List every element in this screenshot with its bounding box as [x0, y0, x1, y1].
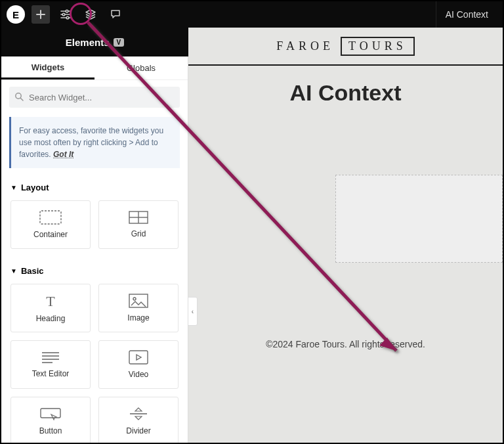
widget-label: Grid — [131, 229, 146, 238]
widget-video[interactable]: Video — [98, 340, 178, 389]
elements-panel: Widgets Globals For easy access, favorit… — [1, 56, 188, 444]
widget-button[interactable]: Button — [10, 397, 91, 444]
svg-line-9 — [20, 98, 23, 100]
widget-container[interactable]: Container — [10, 200, 91, 249]
widget-image[interactable]: Image — [98, 284, 178, 332]
section-layout-header[interactable]: ▼ Layout — [1, 176, 188, 196]
site-brand: FAROE TOURS — [276, 37, 414, 56]
button-icon — [39, 407, 62, 421]
svg-point-5 — [66, 16, 69, 19]
search-input[interactable] — [9, 87, 180, 108]
grid-icon — [129, 211, 148, 224]
container-icon — [39, 210, 62, 225]
panel-badge: V — [114, 38, 125, 47]
widget-heading[interactable]: T Heading — [10, 284, 91, 332]
favorites-notice: For easy access, favorite the widgets yo… — [9, 117, 180, 168]
section-layout-title: Layout — [21, 183, 49, 192]
plus-icon — [36, 10, 45, 19]
svg-rect-22 — [41, 409, 60, 418]
widget-label: Image — [127, 313, 149, 322]
svg-text:T: T — [46, 293, 55, 309]
brand-right: TOURS — [341, 37, 415, 56]
svg-point-1 — [66, 10, 68, 12]
heading-icon: T — [41, 293, 60, 309]
svg-rect-21 — [129, 351, 148, 364]
notice-dismiss-link[interactable]: Got It — [53, 150, 74, 159]
svg-rect-10 — [40, 211, 61, 224]
panel-header: Elements V — [1, 28, 188, 56]
caret-down-icon: ▼ — [10, 184, 17, 191]
site-footer-text: ©2024 Faroe Tours. All rights reserved. — [188, 339, 503, 349]
section-basic-header[interactable]: ▼ Basic — [1, 259, 188, 280]
image-icon — [129, 294, 148, 308]
widget-label: Video — [129, 370, 148, 379]
chat-icon — [110, 9, 121, 20]
settings-button[interactable] — [56, 5, 75, 24]
tab-widgets[interactable]: Widgets — [1, 56, 94, 79]
top-bar: E AI Context — [1, 1, 503, 28]
panel-title: Elements — [66, 37, 110, 48]
notes-button[interactable] — [106, 5, 125, 24]
basic-widgets: T Heading Image Text Editor Video — [1, 280, 188, 444]
widget-label: Button — [39, 426, 62, 435]
layout-widgets: Container Grid — [1, 196, 188, 259]
sliders-icon — [60, 9, 72, 20]
add-element-button[interactable] — [32, 5, 50, 24]
page-title: AI Context — [188, 66, 503, 120]
divider-icon — [129, 407, 148, 421]
notice-text: For easy access, favorite the widgets yo… — [19, 126, 163, 159]
editor-canvas: ‹ FAROE TOURS AI Context ©2024 Faroe Tou… — [188, 28, 503, 443]
video-icon — [129, 350, 148, 365]
site-header: FAROE TOURS — [188, 28, 503, 66]
brand-left: FAROE — [276, 39, 334, 53]
widget-label: Divider — [126, 426, 150, 435]
panel-tabs: Widgets Globals — [1, 56, 188, 80]
widget-label: Text Editor — [32, 369, 70, 378]
structure-button[interactable] — [81, 5, 100, 24]
layers-icon — [85, 9, 96, 20]
page-tab[interactable]: AI Context — [436, 1, 497, 28]
widget-label: Container — [33, 230, 68, 239]
svg-point-16 — [133, 298, 136, 300]
widget-label: Heading — [36, 314, 66, 323]
empty-container-dropzone[interactable] — [335, 175, 503, 263]
section-basic-title: Basic — [21, 266, 44, 276]
elementor-logo[interactable]: E — [7, 5, 25, 24]
widget-divider[interactable]: Divider — [98, 397, 178, 444]
tab-globals[interactable]: Globals — [94, 56, 188, 79]
widget-grid[interactable]: Grid — [98, 200, 178, 249]
search-icon — [14, 92, 24, 101]
search-wrap — [1, 80, 188, 114]
svg-point-3 — [62, 13, 65, 16]
caret-down-icon: ▼ — [10, 267, 17, 275]
widget-text-editor[interactable]: Text Editor — [10, 340, 91, 389]
panel-collapse-handle[interactable]: ‹ — [188, 297, 198, 326]
text-editor-icon — [41, 351, 60, 364]
